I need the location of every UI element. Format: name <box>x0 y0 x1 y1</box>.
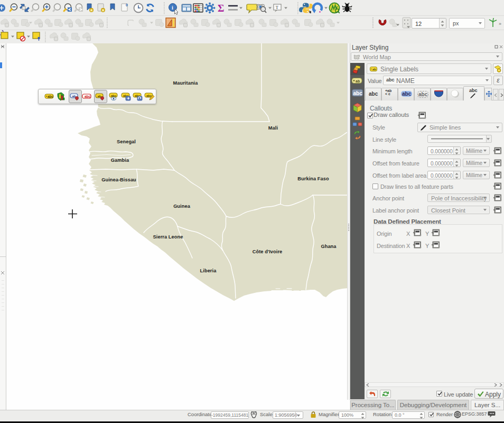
svg-text:Σ: Σ <box>218 3 224 14</box>
svg-text:i: i <box>172 5 173 11</box>
svg-text:abc: abc <box>353 90 363 96</box>
svg-text:abc: abc <box>111 94 117 97</box>
svg-text:T: T <box>276 5 279 10</box>
svg-text:ab: ab <box>356 79 360 83</box>
svg-text:ab: ab <box>372 68 376 71</box>
svg-text:abc: abc <box>48 95 54 98</box>
svg-text:abc: abc <box>85 95 91 98</box>
svg-text:0: 0 <box>126 3 128 7</box>
svg-text:»: » <box>499 21 501 26</box>
